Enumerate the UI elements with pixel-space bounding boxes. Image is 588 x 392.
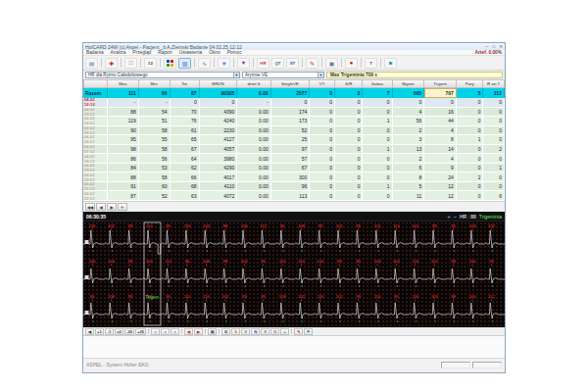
color-grid-button[interactable] bbox=[164, 58, 176, 69]
table-cell[interactable]: 54 bbox=[139, 108, 171, 118]
add-marker-button[interactable]: ✛ bbox=[118, 203, 127, 211]
table-cell[interactable]: 4057 bbox=[200, 145, 238, 155]
table-cell[interactable]: 0 bbox=[310, 172, 335, 182]
table-cell[interactable]: 0 bbox=[483, 126, 505, 136]
total-cell[interactable]: 111 bbox=[108, 88, 139, 98]
table-cell[interactable]: 0.00 bbox=[237, 117, 270, 126]
table-cell[interactable]: 61 bbox=[171, 126, 200, 136]
table-cell[interactable]: 0 bbox=[310, 164, 335, 173]
heart-button[interactable]: ♥ bbox=[237, 58, 250, 69]
table-row[interactable]: 04.02 20:1288586640170.0030000082420 bbox=[83, 172, 505, 182]
table-cell[interactable]: 95 bbox=[108, 135, 139, 145]
table-cell[interactable]: 96 bbox=[271, 182, 311, 192]
row-date[interactable]: 04.02 12:12 bbox=[83, 98, 108, 108]
table-row[interactable]: 04.02 18:1286566439800.00570002400 bbox=[83, 154, 505, 164]
table-cell[interactable]: 0.00 bbox=[237, 164, 270, 173]
table-cell[interactable]: 58 bbox=[139, 172, 171, 182]
table-cell[interactable]: 0.00 bbox=[237, 182, 270, 192]
column-header-tot[interactable]: Tot bbox=[171, 79, 200, 88]
table-cell[interactable]: 4072 bbox=[200, 191, 238, 201]
table-cell[interactable]: 173 bbox=[271, 117, 311, 126]
table-cell[interactable]: 25 bbox=[271, 135, 311, 145]
table-cell[interactable]: 0 bbox=[457, 191, 484, 201]
table-cell[interactable]: 4 bbox=[393, 108, 425, 118]
table-cell[interactable]: 3 bbox=[393, 135, 425, 145]
chevron-down-icon[interactable]: ▼ bbox=[318, 73, 323, 77]
table-cell[interactable]: - bbox=[108, 98, 139, 108]
row-date[interactable]: 04.02 21:12 bbox=[83, 182, 108, 192]
total-cell[interactable]: 0 bbox=[335, 88, 363, 98]
row-date[interactable]: 04.02 18:12 bbox=[83, 154, 108, 164]
marker-pen-button[interactable]: ✎ bbox=[306, 58, 318, 69]
table-cell[interactable]: 0 bbox=[335, 145, 363, 155]
record-button[interactable]: ● bbox=[345, 58, 358, 69]
table-cell[interactable]: 0 bbox=[363, 98, 392, 108]
column-header-pary[interactable]: Pary bbox=[457, 79, 484, 88]
beat-v-button[interactable]: V bbox=[241, 328, 250, 335]
table-cell[interactable]: 0 bbox=[457, 182, 484, 192]
table-cell[interactable]: 2 bbox=[483, 145, 505, 155]
step-back-button[interactable]: ◀ bbox=[85, 328, 94, 335]
qt-analysis-button[interactable]: QT bbox=[271, 58, 284, 69]
table-cell[interactable]: 0 bbox=[483, 117, 505, 126]
table-cell[interactable]: 0.00 bbox=[237, 126, 270, 136]
table-cell[interactable]: 4290 bbox=[200, 164, 238, 173]
table-cell[interactable]: 0 bbox=[457, 164, 484, 173]
table-cell[interactable]: 0 bbox=[335, 126, 363, 136]
maximize-icon[interactable]: □ bbox=[493, 44, 496, 49]
zoom-medium-button[interactable]: ⌕ bbox=[161, 328, 170, 335]
table-cell[interactable]: 0 bbox=[310, 182, 335, 192]
total-cell[interactable]: 5 bbox=[457, 88, 484, 98]
table-cell[interactable]: 1 bbox=[363, 182, 392, 192]
table-cell[interactable]: 174 bbox=[271, 108, 311, 118]
speed-button[interactable]: x2 bbox=[115, 328, 123, 335]
table-row[interactable]: 04.02 15:1290586122300.00520002400 bbox=[83, 126, 505, 136]
beat-n-button[interactable]: N bbox=[251, 328, 260, 335]
table-cell[interactable]: 0 bbox=[335, 182, 363, 192]
table-cell[interactable]: - bbox=[139, 98, 171, 108]
table-cell[interactable]: 4110 bbox=[200, 182, 238, 192]
column-header-brdn[interactable]: BRDN bbox=[200, 79, 238, 88]
table-cell[interactable]: 51 bbox=[139, 117, 171, 126]
table-cell[interactable]: 44 bbox=[424, 117, 457, 126]
table-cell[interactable]: 0 bbox=[200, 98, 238, 108]
table-cell[interactable]: 64 bbox=[171, 154, 200, 164]
total-cell[interactable]: 90305 bbox=[200, 88, 238, 98]
table-cell[interactable]: 0 bbox=[363, 191, 392, 201]
table-row[interactable]: 04.02 14:12119517642400.00173001564400 bbox=[83, 117, 505, 126]
first-page-button[interactable]: ◀◀ bbox=[85, 203, 95, 211]
table-cell[interactable]: 52 bbox=[139, 191, 171, 201]
table-cell[interactable]: 0 bbox=[363, 108, 392, 118]
menu-badania[interactable]: Badania bbox=[86, 50, 104, 55]
table-cell[interactable]: 9 bbox=[424, 164, 457, 173]
table-cell[interactable]: 0 bbox=[335, 117, 363, 126]
template-button[interactable]: □ bbox=[124, 58, 137, 69]
table-cell[interactable]: 119 bbox=[108, 117, 139, 126]
table-row[interactable]: 04.02 19:1284536242900.00670006901 bbox=[83, 164, 505, 173]
plus25-button[interactable]: +25 bbox=[135, 328, 146, 335]
beat-x-button[interactable]: X bbox=[261, 328, 270, 335]
table-cell[interactable]: 0 bbox=[310, 145, 335, 155]
column-header-salwa[interactable]: Salwa bbox=[363, 79, 392, 88]
table-row[interactable]: 04.02 17:1298586740570.0097001131402 bbox=[83, 145, 505, 155]
table-cell[interactable]: 2 bbox=[393, 154, 425, 164]
menu-okno[interactable]: Okno bbox=[209, 50, 220, 55]
column-header-max[interactable]: Max bbox=[108, 79, 139, 88]
table-cell[interactable]: 53 bbox=[139, 164, 171, 173]
table-cell[interactable]: 113 bbox=[271, 191, 311, 201]
table-cell[interactable]: 0 bbox=[363, 164, 392, 173]
table-cell[interactable]: 0 bbox=[310, 108, 335, 118]
table-cell[interactable]: 4 bbox=[424, 126, 457, 136]
table-cell[interactable]: 98 bbox=[108, 145, 139, 155]
table-row[interactable]: 04.02 22:1287526340720.00113000111206 bbox=[83, 191, 505, 201]
table-cell[interactable]: 58 bbox=[139, 145, 171, 155]
table-cell[interactable]: 0 bbox=[457, 98, 484, 108]
column-header-drtots[interactable]: drtot S bbox=[237, 79, 270, 88]
table-cell[interactable]: 0.00 bbox=[237, 108, 270, 118]
beat-plus-button[interactable]: + bbox=[280, 328, 289, 335]
table-cell[interactable]: 0 bbox=[335, 135, 363, 145]
menu-pomoc[interactable]: Pomoc bbox=[227, 50, 242, 55]
table-cell[interactable]: 2230 bbox=[200, 126, 238, 136]
table-cell[interactable]: 1 bbox=[363, 145, 392, 155]
table-cell[interactable]: 0 bbox=[171, 98, 200, 108]
